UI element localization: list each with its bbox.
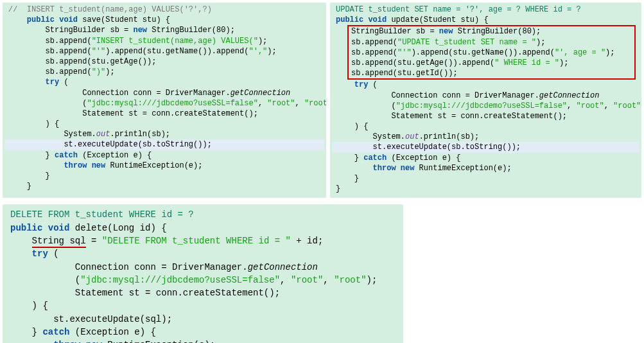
- t: (: [336, 101, 396, 110]
- string: ")": [92, 67, 106, 76]
- t: ,: [567, 101, 576, 110]
- t: StringBuilder sb =: [8, 26, 133, 35]
- code-panel-delete: DELETE FROM t_student WHERE id = ? publi…: [3, 204, 403, 343]
- string: "UPDATE t_student SET name = ": [397, 38, 536, 47]
- t: Statement st = conn.createStatement();: [8, 109, 258, 118]
- t: ) {: [8, 119, 59, 128]
- t: (: [368, 80, 377, 89]
- kw: catch: [42, 327, 69, 337]
- t: .println(sb);: [419, 132, 480, 141]
- highlight-line: st.executeUpdate(sb.toString());: [336, 143, 521, 152]
- underline-red: String sql: [32, 236, 86, 248]
- t: delete(Long id) {: [69, 223, 166, 233]
- t: sb.append(stu.getId());: [351, 69, 458, 78]
- t: );: [605, 48, 614, 57]
- t: System.: [8, 130, 96, 139]
- t: (: [10, 275, 80, 285]
- t: ,: [280, 275, 291, 285]
- string: "root": [304, 99, 326, 108]
- kw: public void: [336, 15, 387, 24]
- t: }: [336, 174, 359, 183]
- t: }: [336, 154, 363, 163]
- t: update(Student stu) {: [387, 15, 488, 24]
- t: );: [258, 37, 267, 46]
- kw: public void: [8, 15, 78, 24]
- t: }: [8, 151, 55, 160]
- t: ,: [323, 275, 334, 285]
- highlight-line: st.executeUpdate(sb.toString());: [8, 140, 212, 149]
- t: sb.append(stu.getAge()).append(: [351, 58, 494, 67]
- t: Connection conn = DriverManager.: [336, 91, 539, 100]
- t: sb.append(: [351, 48, 397, 57]
- field: out: [96, 130, 110, 139]
- string: "INSERT t_student(name,age) VALUES(": [92, 37, 258, 46]
- t: [336, 164, 373, 173]
- string: "root": [613, 101, 641, 110]
- t: sb.append(: [8, 37, 92, 46]
- t: StringBuilder(80);: [147, 26, 235, 35]
- t: (: [8, 99, 87, 108]
- t: Connection conn = DriverManager.: [10, 262, 248, 272]
- t: RuntimeException(e);: [105, 161, 202, 170]
- t: sb.append(: [8, 67, 92, 76]
- t: StringBuilder sb =: [351, 27, 439, 36]
- string: "root": [334, 275, 366, 285]
- t: sb.append(: [8, 47, 92, 56]
- t: );: [559, 58, 568, 67]
- code-panel-update: UPDATE t_student SET name = '?', age = ?…: [330, 3, 641, 198]
- kw: throw new: [53, 340, 102, 343]
- t: ).append(stu.getName()).append(: [412, 48, 555, 57]
- t: .println(sb);: [110, 130, 170, 139]
- t: }: [336, 184, 340, 193]
- t: (Exception e) {: [78, 151, 152, 160]
- kw: new: [439, 27, 453, 36]
- kw: try: [8, 78, 59, 87]
- comment: // INSERT t_student(name,age) VALUES('?'…: [8, 5, 212, 14]
- t: );: [267, 47, 276, 56]
- t: }: [8, 172, 50, 180]
- t: }: [10, 327, 42, 337]
- t: save(Student stu) {: [78, 15, 170, 24]
- string: "jdbc:mysql:///jdbcdemo?useSSL=false": [396, 101, 567, 110]
- kw: new: [133, 26, 147, 35]
- t: StringBuilder(80);: [453, 27, 541, 36]
- kw: try: [336, 80, 368, 89]
- t: sb.append(stu.getAge());: [8, 57, 156, 66]
- t: [10, 236, 32, 246]
- t: [8, 161, 64, 170]
- string: "jdbc:mysql:///jdbcdemo?useSSL=false": [87, 99, 257, 108]
- string: "root": [291, 275, 323, 285]
- t: RuntimeException(e);: [102, 340, 215, 343]
- t: RuntimeException(e);: [414, 164, 511, 173]
- t: ).append(stu.getName()).append(: [105, 47, 248, 56]
- t: Connection conn = DriverManager.: [8, 89, 231, 98]
- t: );: [367, 275, 378, 285]
- t: Statement st = conn.createStatement();: [10, 288, 280, 298]
- t: + id;: [291, 236, 323, 246]
- t: (: [59, 78, 68, 87]
- kw: throw new: [64, 161, 105, 170]
- field: out: [405, 132, 419, 141]
- kw: catch: [363, 154, 387, 163]
- sql-comment: DELETE FROM t_student WHERE id = ?: [10, 209, 194, 220]
- t: (Exception e) {: [387, 154, 460, 163]
- t: ,: [604, 101, 613, 110]
- kw: try: [10, 249, 48, 259]
- t: (: [48, 249, 59, 259]
- t: );: [536, 38, 545, 47]
- string: "jdbc:mysql:///jdbcdemo?useSSL=false": [80, 275, 280, 285]
- t: Statement st = conn.createStatement();: [336, 112, 567, 121]
- t: =: [86, 236, 102, 246]
- string: "root": [267, 99, 295, 108]
- t: System.: [336, 132, 405, 141]
- kw: throw new: [373, 164, 415, 173]
- string: "'": [397, 48, 412, 57]
- method-italic: getConnection: [248, 262, 318, 272]
- sql-comment: UPDATE t_student SET name = '?', age = ?…: [336, 5, 590, 14]
- kw: public void: [10, 223, 69, 233]
- t: [10, 340, 53, 343]
- highlight-red-box: StringBuilder sb = new StringBuilder(80)…: [347, 25, 636, 80]
- t: ,: [258, 99, 267, 108]
- string: "',": [248, 47, 267, 56]
- kw: catch: [55, 151, 78, 160]
